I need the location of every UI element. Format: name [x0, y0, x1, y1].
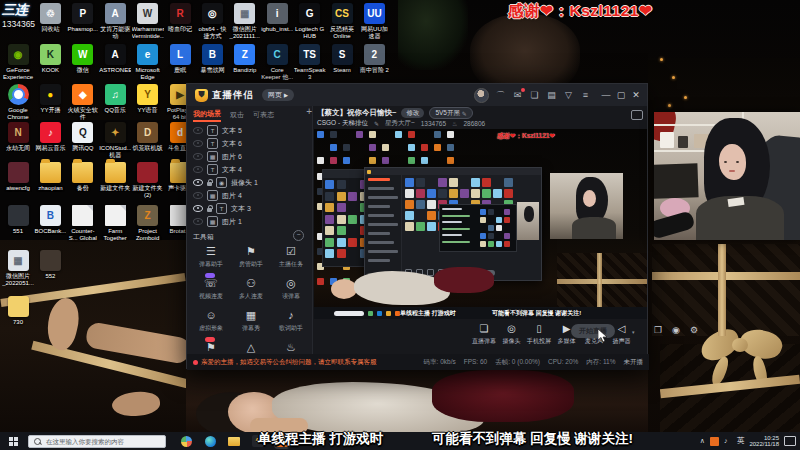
desktop-icon[interactable]: ♪网易云音乐 — [34, 122, 66, 152]
source-row[interactable]: ▦图片 1 — [193, 215, 307, 228]
edit-title-button[interactable]: 修改 — [401, 108, 424, 118]
desktop-icon[interactable]: 552 — [34, 250, 66, 280]
desktop-icon[interactable]: iighub_inst... — [261, 3, 293, 33]
desktop-icon[interactable]: YYY语音 — [132, 84, 164, 114]
visibility-eye-icon[interactable] — [193, 218, 203, 225]
desktop-icon[interactable]: ◎obs64 - 快捷方式 — [196, 3, 228, 39]
desktop-icon[interactable]: PPhasmop... — [67, 3, 99, 33]
visibility-eye-icon[interactable] — [193, 140, 203, 147]
tab-我的场景[interactable]: 我的场景 — [193, 109, 221, 122]
desktop-icon[interactable]: 备份 — [67, 162, 99, 192]
tool-视频连麦[interactable]: ☏视频连麦 — [191, 276, 231, 301]
desktop-icon[interactable]: ▦微信图片_2021111... — [229, 3, 261, 39]
desktop-icon[interactable]: ✦ICONStud... 机器 — [99, 122, 131, 158]
desktop-icon[interactable]: L鹿眠 — [164, 44, 196, 74]
webcam-preview[interactable] — [654, 112, 800, 240]
chat-icon[interactable]: ❏ — [529, 90, 540, 101]
desktop-icon[interactable]: ◉GeForce Experience — [2, 44, 34, 80]
desktop-icon[interactable]: Google Chrome — [2, 84, 34, 120]
start-live-button[interactable]: 开始直播 — [571, 324, 615, 338]
card-icon[interactable]: ▤ — [546, 90, 557, 101]
desktop-icon[interactable]: Q腾讯QQ — [67, 122, 99, 152]
avatar[interactable] — [474, 88, 489, 103]
pencil-icon[interactable]: ✎ — [374, 120, 379, 127]
desktop-icon[interactable]: zhaopian — [34, 162, 66, 192]
desktop-icon[interactable]: AASTRONEER — [99, 44, 131, 74]
desktop-icon[interactable]: B暴雪战网 — [196, 44, 228, 74]
desktop-icon[interactable]: KKOOK — [34, 44, 66, 74]
hall-selector[interactable]: 星秀大厅~ — [385, 119, 415, 128]
tool-弹幕秀[interactable]: ▦弹幕秀 — [231, 308, 271, 333]
desktop-icon[interactable]: aiwencfg — [2, 162, 34, 192]
pip-button[interactable]: ❐ — [652, 325, 664, 336]
desktop-icon[interactable]: 551 — [2, 205, 34, 235]
tray-app-icon[interactable] — [710, 437, 719, 446]
desktop-icon[interactable]: TSTeamSpeak 3 — [294, 44, 326, 80]
tool-多人连麦[interactable]: ⚇多人连麦 — [231, 276, 271, 301]
tab-可表态[interactable]: 可表态 — [253, 110, 274, 120]
camera-button[interactable]: ◎摄像头 — [498, 322, 526, 346]
mail-icon[interactable]: ✉ — [512, 90, 523, 101]
tool-item[interactable]: △ — [231, 340, 271, 354]
tool-歌词助手[interactable]: ♪歌词助手 — [271, 308, 311, 333]
visibility-eye-icon[interactable] — [193, 192, 203, 199]
taskbar-search[interactable] — [28, 435, 166, 448]
visibility-eye-icon[interactable] — [193, 127, 203, 134]
desktop-icon[interactable]: A艾肯万能驱动 — [99, 3, 131, 39]
taskbar-icon-edge[interactable] — [204, 435, 216, 447]
phone-button[interactable]: ▯手机投屏 — [525, 322, 553, 346]
desktop-icon[interactable]: 新建文件夹 (2) — [132, 162, 164, 198]
tool-房管助手[interactable]: ⚑房管助手 — [231, 244, 271, 269]
settings-button[interactable]: ⚙ — [688, 325, 700, 336]
desktop-icon[interactable]: WWarhammer Vermintide... — [132, 3, 164, 39]
source-row[interactable]: ▦图片 6 — [193, 150, 307, 163]
taskbar-icon-widgets[interactable] — [180, 435, 192, 447]
taskbar-icon-explorer[interactable] — [228, 435, 240, 447]
filter-icon[interactable]: ▽ — [563, 90, 574, 101]
desktop-icon[interactable]: CS反恐精英 Online — [326, 3, 358, 39]
tool-item[interactable]: ⚑ — [191, 340, 231, 354]
language-indicator[interactable]: 英 — [737, 436, 745, 446]
desktop-icon[interactable]: ▦微信图片_2022051... — [2, 250, 34, 286]
web-button[interactable]: 网页▶ — [262, 89, 294, 101]
desktop-icon[interactable]: N永劫无间 — [2, 122, 34, 152]
source-row[interactable]: T文本 4 — [193, 163, 307, 176]
touch-keyboard-icon[interactable] — [784, 436, 796, 446]
desktop-icon[interactable]: ZBandizip — [229, 44, 261, 74]
desktop-icon[interactable]: ♫QQ音乐 — [99, 84, 131, 114]
tool-读弹幕[interactable]: ◎读弹幕 — [271, 276, 311, 301]
desktop-icon[interactable]: 730 — [2, 296, 34, 326]
desktop-icon[interactable]: UU网易UU加速器 — [358, 3, 390, 39]
menu-icon[interactable]: ≡ — [580, 90, 591, 101]
desktop-icon[interactable]: ZProject Zomboid — [132, 205, 164, 241]
visibility-eye-icon[interactable] — [193, 153, 203, 160]
desktop-icon[interactable]: Counter-S... Global Off... — [67, 205, 99, 242]
desktop-icon[interactable]: 新建文件夹 — [99, 162, 131, 192]
desktop-icon[interactable]: D饥荒联机版 — [132, 122, 164, 152]
tool-虚拟形象[interactable]: ☺虚拟形象 — [191, 308, 231, 333]
source-row[interactable]: ◉摄像头 1 — [193, 176, 307, 189]
dropdown-arrow-icon[interactable]: ▾ — [632, 326, 635, 339]
volume-icon[interactable]: ♪ — [724, 437, 732, 445]
screenshot-icon[interactable] — [631, 110, 643, 120]
record-button[interactable]: ◉ — [670, 325, 682, 336]
desktop-icon[interactable]: BBOCBank... — [34, 205, 66, 235]
source-row[interactable]: T文本 3 — [193, 202, 307, 215]
visibility-eye-icon[interactable] — [193, 205, 203, 212]
add-scene-button[interactable]: + — [306, 106, 312, 117]
desktop-icon[interactable]: GLogitech G HUB — [294, 3, 326, 39]
clock[interactable]: 10:25 2022/11/18 — [749, 435, 779, 448]
visibility-eye-icon[interactable] — [193, 166, 203, 173]
stream-preview[interactable]: 感谢❤：Kszl1121❤ — [314, 129, 647, 319]
tool-item[interactable]: ♨ — [271, 340, 311, 354]
tab-双击[interactable]: 双击 — [230, 110, 244, 120]
source-row[interactable]: ▦图片 4 — [193, 189, 307, 202]
desktop-icon[interactable]: Farm Together — [99, 205, 131, 241]
tray-chevron-icon[interactable]: ∧ — [700, 437, 705, 445]
close-button[interactable]: ✕ — [631, 90, 641, 101]
category-label[interactable]: CSGO - 天梯排位 — [317, 119, 368, 128]
desktop-icon[interactable]: 2雨中冒险 2 — [358, 44, 390, 74]
visibility-eye-icon[interactable] — [193, 179, 203, 186]
toolbox-collapse-button[interactable]: − — [293, 230, 304, 241]
desktop-icon[interactable]: CCore Keeper 他... — [261, 44, 293, 80]
